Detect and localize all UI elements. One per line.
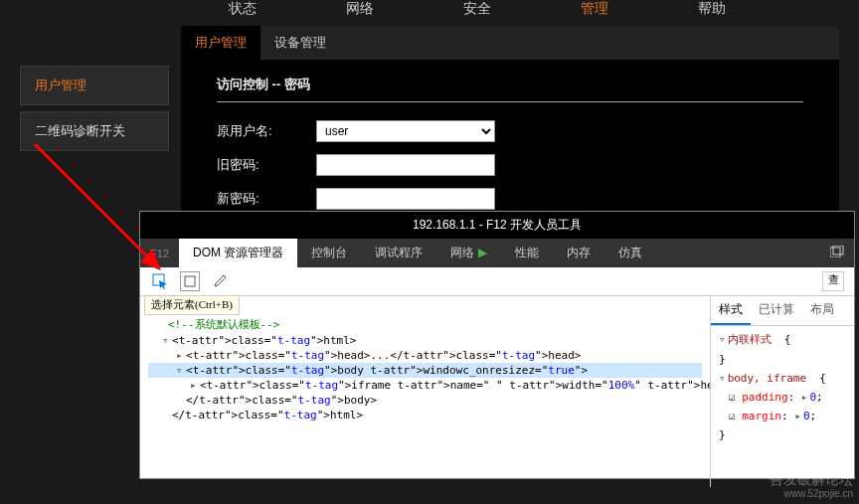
tab-dom-explorer[interactable]: DOM 资源管理器	[179, 239, 297, 267]
highlight-icon[interactable]	[180, 271, 200, 291]
nav-help[interactable]: 帮助	[698, 0, 726, 18]
svg-rect-0	[830, 248, 840, 257]
devtools-toolbar: 查	[140, 267, 854, 296]
label-new-password: 新密码:	[217, 190, 316, 208]
new-password-input[interactable]	[316, 188, 495, 210]
dom-line[interactable]: </t-attr">class="t-tag">body>	[148, 393, 702, 408]
svg-rect-3	[185, 276, 195, 286]
styles-tab-styles[interactable]: 样式	[711, 296, 751, 325]
label-old-password: 旧密码:	[217, 156, 316, 174]
play-icon: ▶	[478, 246, 487, 259]
devtools-tabs: F12 DOM 资源管理器 控制台 调试程序 网络▶ 性能 内存 仿真	[140, 239, 854, 267]
color-picker-icon[interactable]	[210, 271, 230, 291]
dom-line[interactable]: ▿<t-attr">class="t-tag">body t-attr">win…	[148, 363, 702, 378]
tab-memory[interactable]: 内存	[553, 239, 604, 267]
tab-emulation[interactable]: 仿真	[604, 239, 656, 267]
inline-style-selector[interactable]: 内联样式	[728, 333, 772, 346]
devtools-title: 192.168.1.1 - F12 开发人员工具	[140, 212, 854, 239]
old-password-input[interactable]	[316, 154, 495, 176]
nav-security[interactable]: 安全	[463, 0, 491, 18]
tab-network[interactable]: 网络▶	[436, 239, 501, 267]
watermark: 吾发破解论坛 www.52pojie.cn	[770, 471, 853, 500]
subtab-device-manage[interactable]: 设备管理	[260, 26, 340, 60]
styles-body: ▿内联样式 { } ▿body, iframe {☑ padding: ▸0;☑…	[711, 326, 854, 453]
divider	[217, 101, 803, 102]
nav-manage[interactable]: 管理	[581, 0, 608, 18]
sidebar-item-user-manage[interactable]: 用户管理	[20, 66, 169, 105]
dom-line[interactable]: </t-attr">class="t-tag">html>	[148, 408, 702, 422]
main-panel: 用户管理 设备管理 访问控制 -- 密码 原用户名: user 旧密码: 新密码…	[181, 26, 839, 238]
select-element-tooltip: 选择元素(Ctrl+B)	[144, 296, 240, 315]
label-original-user: 原用户名:	[217, 122, 316, 140]
form-title: 访问控制 -- 密码	[217, 76, 803, 93]
tab-performance[interactable]: 性能	[501, 239, 553, 267]
top-nav: 状态 网络 安全 管理 帮助	[0, 0, 859, 26]
nav-network[interactable]: 网络	[346, 0, 374, 18]
styles-tab-layout[interactable]: 布局	[802, 296, 842, 325]
dom-comment: <!--系统默认模板-->	[168, 318, 279, 331]
sidebar-item-qr-diag[interactable]: 二维码诊断开关	[20, 111, 169, 151]
dom-line[interactable]: ▸<t-attr">class="t-tag">head>...</t-attr…	[148, 348, 702, 363]
search-button[interactable]: 查	[822, 271, 844, 291]
styles-tab-computed[interactable]: 已计算	[751, 296, 802, 325]
dom-line[interactable]: ▿<t-attr">class="t-tag">html>	[148, 333, 702, 348]
tab-debugger[interactable]: 调试程序	[361, 239, 436, 267]
devtools-panel: 192.168.1.1 - F12 开发人员工具 F12 DOM 资源管理器 控…	[139, 211, 855, 479]
subtab-user-manage[interactable]: 用户管理	[181, 26, 260, 60]
tab-console[interactable]: 控制台	[297, 239, 361, 267]
select-element-icon[interactable]	[150, 271, 170, 291]
undock-icon[interactable]	[820, 240, 854, 266]
f12-label: F12	[140, 242, 179, 265]
nav-status[interactable]: 状态	[229, 0, 257, 18]
dom-tree[interactable]: 选择元素(Ctrl+B) <!--系统默认模板--> ▿<t-attr">cla…	[140, 296, 710, 487]
svg-rect-1	[833, 246, 843, 254]
original-user-select[interactable]: user	[316, 120, 495, 142]
styles-panel: 样式 已计算 布局 ▿内联样式 { } ▿body, iframe {☑ pad…	[710, 296, 854, 487]
dom-line[interactable]: ▸<t-attr">class="t-tag">iframe t-attr">n…	[148, 378, 702, 393]
sub-tabs: 用户管理 设备管理	[181, 26, 839, 60]
